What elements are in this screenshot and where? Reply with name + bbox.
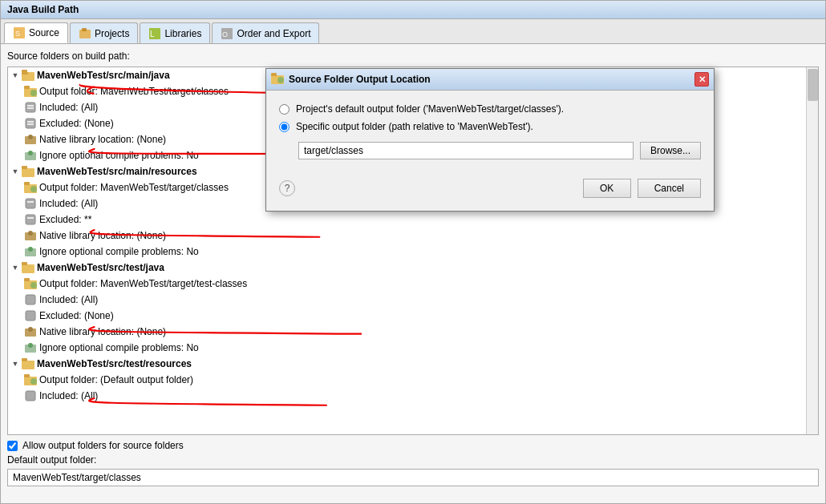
svg-rect-31: [26, 215, 35, 224]
radio-default[interactable]: [279, 104, 290, 115]
svg-rect-3: [82, 28, 87, 31]
allow-output-row: Allow output folders for source folders: [7, 440, 819, 451]
tab-libraries-label: Libraries: [164, 28, 201, 39]
svg-point-28: [30, 186, 37, 192]
tree-item-11[interactable]: Ignore optional compile problems: No: [8, 244, 818, 260]
svg-text:O: O: [222, 30, 228, 38]
filter-icon-8: [24, 197, 37, 210]
folder-input[interactable]: [298, 142, 634, 159]
tree-text-5: Ignore optional compile problems: No: [39, 148, 199, 163]
svg-point-36: [28, 247, 33, 252]
scrollbar[interactable]: [806, 67, 818, 434]
folder-icon-0: [22, 70, 34, 81]
tree-item-16[interactable]: Native library location: (None): [8, 324, 818, 340]
svg-rect-49: [22, 358, 27, 361]
radio-row-1: Project's default output folder ('MavenW…: [279, 103, 701, 115]
tree-text-18: MavenWebTest/src/test/resources: [37, 357, 192, 371]
tree-item-14[interactable]: Included: (All): [8, 292, 818, 308]
folder-icon-12: [22, 262, 34, 273]
tab-order-export[interactable]: O Order and Export: [212, 22, 319, 43]
default-output-label: Default output folder:: [7, 454, 819, 466]
source-folder-dialog: Source Folder Output Location ✕ Project'…: [265, 68, 715, 212]
tree-item-19[interactable]: Output folder: (Default output folder): [8, 372, 818, 388]
tab-source-label: Source: [29, 27, 59, 38]
svg-rect-55: [271, 73, 277, 76]
tree-item-13[interactable]: Output folder: MavenWebTest/target/test-…: [8, 276, 818, 292]
main-window: Java Build Path S Source Projects: [0, 0, 826, 504]
radio-specific-label: Specific output folder (path relative to…: [296, 121, 533, 132]
order-tab-icon: O: [221, 27, 233, 40]
svg-point-47: [28, 343, 33, 348]
expand-icon-6: ▼: [11, 167, 19, 175]
svg-rect-24: [22, 168, 34, 177]
svg-rect-17: [26, 119, 35, 128]
tab-projects-label: Projects: [95, 28, 129, 39]
default-output-input[interactable]: [7, 469, 819, 486]
filter-icon-2: [24, 101, 37, 114]
tree-text-16: Native library location: (None): [39, 325, 166, 339]
projects-tab-icon: [79, 27, 91, 40]
ok-button[interactable]: OK: [583, 179, 631, 198]
folder-icon-6: [22, 166, 34, 177]
tree-item-10[interactable]: Native library location: (None): [8, 228, 818, 244]
tab-source[interactable]: S Source: [4, 22, 68, 43]
svg-point-21: [28, 135, 33, 139]
tab-projects[interactable]: Projects: [70, 22, 138, 43]
tree-item-12[interactable]: ▼ MavenWebTest/src/test/java: [8, 260, 818, 276]
allow-output-label: Allow output folders for source folders: [22, 440, 184, 451]
tree-item-15[interactable]: Excluded: (None): [8, 308, 818, 324]
output-folder-icon-1: [24, 86, 37, 97]
svg-rect-12: [24, 86, 30, 89]
cancel-button[interactable]: Cancel: [638, 179, 701, 198]
radio-row-2: Specific output folder (path relative to…: [279, 121, 701, 132]
section-label: Source folders on build path:: [7, 50, 819, 62]
dialog-close-button[interactable]: ✕: [694, 72, 709, 87]
tabs-bar: S Source Projects L Libraries: [1, 19, 825, 44]
svg-rect-10: [22, 70, 27, 73]
tree-text-2: Included: (All): [39, 100, 98, 115]
svg-rect-38: [22, 262, 27, 265]
folder-input-row: Browse...: [298, 142, 701, 159]
bottom-section: Allow output folders for source folders …: [7, 440, 819, 486]
tree-item-17[interactable]: Ignore optional compile problems: No: [8, 340, 818, 356]
svg-point-45: [28, 327, 33, 332]
content-area: Source folders on build path: ▼ MavenWeb…: [1, 44, 825, 493]
tree-text-1: Output folder: MavenWebTest/target/class…: [39, 84, 229, 99]
allow-output-checkbox[interactable]: [7, 441, 18, 451]
source-tab-icon: S: [13, 26, 26, 39]
expand-icon-0: ▼: [11, 71, 19, 79]
svg-rect-27: [24, 182, 30, 185]
output-folder-icon-19: [24, 374, 37, 385]
filter-icon-3: [24, 117, 37, 130]
browse-button[interactable]: Browse...: [640, 142, 701, 159]
tab-order-export-label: Order and Export: [237, 28, 310, 39]
tree-text-7: Output folder: MavenWebTest/target/class…: [39, 180, 229, 195]
native-icon-4: [24, 133, 37, 146]
help-icon[interactable]: ?: [279, 180, 295, 196]
tree-item-18[interactable]: ▼ MavenWebTest/src/test/resources: [8, 356, 818, 372]
tree-text-20: Included: (All): [39, 389, 98, 403]
tree-text-10: Native library location: (None): [39, 228, 166, 243]
tab-libraries[interactable]: L Libraries: [140, 22, 210, 43]
tree-text-11: Ignore optional compile problems: No: [39, 244, 199, 259]
dialog-title-left: Source Folder Output Location: [271, 73, 431, 86]
tree-text-9: Excluded: **: [39, 212, 91, 227]
tree-item-9[interactable]: Excluded: **: [8, 212, 818, 228]
tree-text-0: MavenWebTest/src/main/java: [37, 68, 170, 83]
svg-rect-25: [22, 166, 27, 169]
tree-text-3: Excluded: (None): [39, 116, 114, 131]
native-icon-10: [24, 229, 37, 242]
filter-icon-9: [24, 213, 37, 226]
svg-rect-37: [22, 264, 34, 273]
dialog-title-text: Source Folder Output Location: [289, 74, 431, 85]
radio-default-label: Project's default output folder ('MavenW…: [296, 103, 564, 115]
output-folder-icon-7: [24, 182, 37, 193]
svg-point-56: [277, 77, 284, 83]
radio-specific[interactable]: [279, 122, 290, 132]
tree-item-20[interactable]: Included: (All): [8, 388, 818, 404]
filter-icon-14: [24, 293, 37, 306]
svg-point-23: [28, 151, 33, 155]
window-title-text: Java Build Path: [7, 4, 79, 15]
svg-rect-48: [22, 361, 34, 369]
compile-icon-17: [24, 341, 37, 354]
